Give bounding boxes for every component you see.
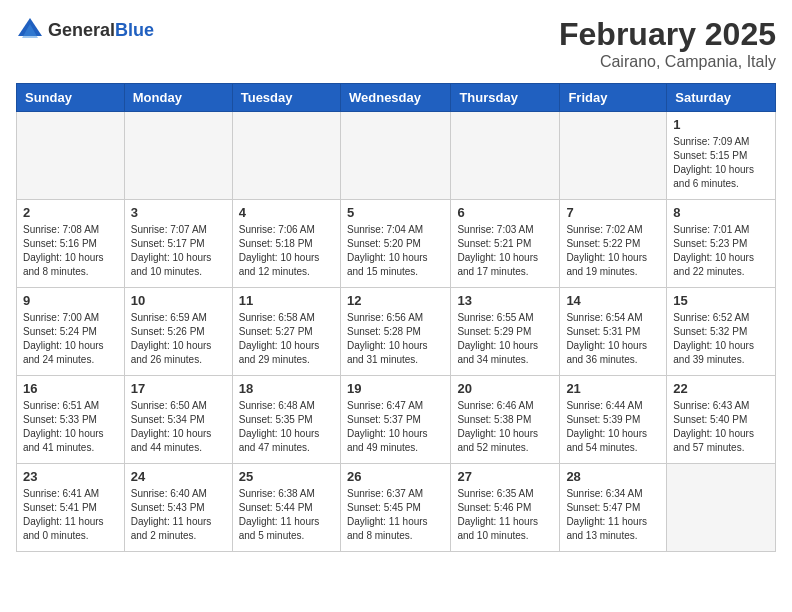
calendar-cell: 24Sunrise: 6:40 AM Sunset: 5:43 PM Dayli…	[124, 464, 232, 552]
column-header-thursday: Thursday	[451, 84, 560, 112]
day-info: Sunrise: 7:01 AM Sunset: 5:23 PM Dayligh…	[673, 223, 769, 279]
calendar-cell: 6Sunrise: 7:03 AM Sunset: 5:21 PM Daylig…	[451, 200, 560, 288]
location-title: Cairano, Campania, Italy	[559, 53, 776, 71]
column-header-tuesday: Tuesday	[232, 84, 340, 112]
day-number: 23	[23, 469, 118, 484]
calendar-cell: 3Sunrise: 7:07 AM Sunset: 5:17 PM Daylig…	[124, 200, 232, 288]
day-number: 20	[457, 381, 553, 396]
logo-icon	[16, 16, 44, 44]
calendar-cell: 5Sunrise: 7:04 AM Sunset: 5:20 PM Daylig…	[340, 200, 450, 288]
calendar-cell: 20Sunrise: 6:46 AM Sunset: 5:38 PM Dayli…	[451, 376, 560, 464]
calendar-cell: 26Sunrise: 6:37 AM Sunset: 5:45 PM Dayli…	[340, 464, 450, 552]
calendar-cell: 21Sunrise: 6:44 AM Sunset: 5:39 PM Dayli…	[560, 376, 667, 464]
calendar-cell	[560, 112, 667, 200]
calendar-cell: 2Sunrise: 7:08 AM Sunset: 5:16 PM Daylig…	[17, 200, 125, 288]
day-number: 18	[239, 381, 334, 396]
day-number: 21	[566, 381, 660, 396]
day-info: Sunrise: 6:43 AM Sunset: 5:40 PM Dayligh…	[673, 399, 769, 455]
calendar-cell: 8Sunrise: 7:01 AM Sunset: 5:23 PM Daylig…	[667, 200, 776, 288]
calendar-cell: 12Sunrise: 6:56 AM Sunset: 5:28 PM Dayli…	[340, 288, 450, 376]
logo: GeneralBlue	[16, 16, 154, 44]
day-info: Sunrise: 6:52 AM Sunset: 5:32 PM Dayligh…	[673, 311, 769, 367]
day-number: 16	[23, 381, 118, 396]
calendar-cell: 22Sunrise: 6:43 AM Sunset: 5:40 PM Dayli…	[667, 376, 776, 464]
column-header-friday: Friday	[560, 84, 667, 112]
day-info: Sunrise: 6:41 AM Sunset: 5:41 PM Dayligh…	[23, 487, 118, 543]
column-header-sunday: Sunday	[17, 84, 125, 112]
calendar-cell	[232, 112, 340, 200]
calendar-cell: 27Sunrise: 6:35 AM Sunset: 5:46 PM Dayli…	[451, 464, 560, 552]
logo-blue: Blue	[115, 20, 154, 40]
day-info: Sunrise: 6:59 AM Sunset: 5:26 PM Dayligh…	[131, 311, 226, 367]
day-number: 1	[673, 117, 769, 132]
day-number: 2	[23, 205, 118, 220]
day-number: 5	[347, 205, 444, 220]
day-info: Sunrise: 6:34 AM Sunset: 5:47 PM Dayligh…	[566, 487, 660, 543]
day-info: Sunrise: 6:51 AM Sunset: 5:33 PM Dayligh…	[23, 399, 118, 455]
calendar-cell: 18Sunrise: 6:48 AM Sunset: 5:35 PM Dayli…	[232, 376, 340, 464]
day-info: Sunrise: 6:35 AM Sunset: 5:46 PM Dayligh…	[457, 487, 553, 543]
day-number: 27	[457, 469, 553, 484]
day-number: 25	[239, 469, 334, 484]
calendar-week-1: 1Sunrise: 7:09 AM Sunset: 5:15 PM Daylig…	[17, 112, 776, 200]
calendar-cell: 25Sunrise: 6:38 AM Sunset: 5:44 PM Dayli…	[232, 464, 340, 552]
logo-general: General	[48, 20, 115, 40]
day-info: Sunrise: 6:40 AM Sunset: 5:43 PM Dayligh…	[131, 487, 226, 543]
calendar-header-row: SundayMondayTuesdayWednesdayThursdayFrid…	[17, 84, 776, 112]
calendar-cell: 13Sunrise: 6:55 AM Sunset: 5:29 PM Dayli…	[451, 288, 560, 376]
day-number: 22	[673, 381, 769, 396]
day-number: 14	[566, 293, 660, 308]
calendar-body: 1Sunrise: 7:09 AM Sunset: 5:15 PM Daylig…	[17, 112, 776, 552]
day-info: Sunrise: 6:50 AM Sunset: 5:34 PM Dayligh…	[131, 399, 226, 455]
day-number: 8	[673, 205, 769, 220]
day-info: Sunrise: 6:56 AM Sunset: 5:28 PM Dayligh…	[347, 311, 444, 367]
column-header-saturday: Saturday	[667, 84, 776, 112]
day-info: Sunrise: 7:09 AM Sunset: 5:15 PM Dayligh…	[673, 135, 769, 191]
calendar-week-2: 2Sunrise: 7:08 AM Sunset: 5:16 PM Daylig…	[17, 200, 776, 288]
day-info: Sunrise: 7:02 AM Sunset: 5:22 PM Dayligh…	[566, 223, 660, 279]
calendar-cell	[667, 464, 776, 552]
day-number: 26	[347, 469, 444, 484]
day-info: Sunrise: 6:58 AM Sunset: 5:27 PM Dayligh…	[239, 311, 334, 367]
day-info: Sunrise: 6:38 AM Sunset: 5:44 PM Dayligh…	[239, 487, 334, 543]
calendar-cell: 28Sunrise: 6:34 AM Sunset: 5:47 PM Dayli…	[560, 464, 667, 552]
day-info: Sunrise: 7:08 AM Sunset: 5:16 PM Dayligh…	[23, 223, 118, 279]
day-number: 15	[673, 293, 769, 308]
day-info: Sunrise: 7:00 AM Sunset: 5:24 PM Dayligh…	[23, 311, 118, 367]
day-info: Sunrise: 6:54 AM Sunset: 5:31 PM Dayligh…	[566, 311, 660, 367]
day-info: Sunrise: 6:48 AM Sunset: 5:35 PM Dayligh…	[239, 399, 334, 455]
day-info: Sunrise: 6:47 AM Sunset: 5:37 PM Dayligh…	[347, 399, 444, 455]
calendar-cell	[451, 112, 560, 200]
calendar-cell: 1Sunrise: 7:09 AM Sunset: 5:15 PM Daylig…	[667, 112, 776, 200]
calendar-cell: 17Sunrise: 6:50 AM Sunset: 5:34 PM Dayli…	[124, 376, 232, 464]
calendar-cell: 16Sunrise: 6:51 AM Sunset: 5:33 PM Dayli…	[17, 376, 125, 464]
calendar-cell: 10Sunrise: 6:59 AM Sunset: 5:26 PM Dayli…	[124, 288, 232, 376]
day-number: 4	[239, 205, 334, 220]
day-number: 11	[239, 293, 334, 308]
calendar-cell	[124, 112, 232, 200]
day-number: 24	[131, 469, 226, 484]
day-info: Sunrise: 6:37 AM Sunset: 5:45 PM Dayligh…	[347, 487, 444, 543]
calendar-week-4: 16Sunrise: 6:51 AM Sunset: 5:33 PM Dayli…	[17, 376, 776, 464]
calendar-cell	[17, 112, 125, 200]
day-number: 17	[131, 381, 226, 396]
day-number: 10	[131, 293, 226, 308]
title-block: February 2025 Cairano, Campania, Italy	[559, 16, 776, 71]
day-info: Sunrise: 7:03 AM Sunset: 5:21 PM Dayligh…	[457, 223, 553, 279]
calendar-cell: 4Sunrise: 7:06 AM Sunset: 5:18 PM Daylig…	[232, 200, 340, 288]
day-number: 13	[457, 293, 553, 308]
day-number: 12	[347, 293, 444, 308]
calendar-week-5: 23Sunrise: 6:41 AM Sunset: 5:41 PM Dayli…	[17, 464, 776, 552]
day-number: 3	[131, 205, 226, 220]
calendar-cell	[340, 112, 450, 200]
calendar-week-3: 9Sunrise: 7:00 AM Sunset: 5:24 PM Daylig…	[17, 288, 776, 376]
calendar-cell: 7Sunrise: 7:02 AM Sunset: 5:22 PM Daylig…	[560, 200, 667, 288]
month-title: February 2025	[559, 16, 776, 53]
calendar-cell: 14Sunrise: 6:54 AM Sunset: 5:31 PM Dayli…	[560, 288, 667, 376]
day-number: 6	[457, 205, 553, 220]
day-number: 19	[347, 381, 444, 396]
calendar-cell: 11Sunrise: 6:58 AM Sunset: 5:27 PM Dayli…	[232, 288, 340, 376]
day-info: Sunrise: 6:55 AM Sunset: 5:29 PM Dayligh…	[457, 311, 553, 367]
day-number: 9	[23, 293, 118, 308]
day-info: Sunrise: 6:46 AM Sunset: 5:38 PM Dayligh…	[457, 399, 553, 455]
